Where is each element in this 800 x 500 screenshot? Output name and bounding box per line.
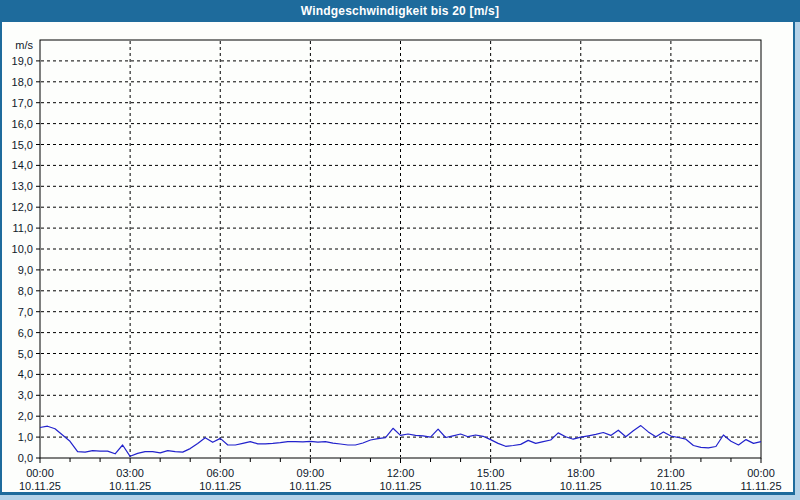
window-title: Windgeschwindigkeit bis 20 [m/s] [301,4,499,18]
window-title-bar: Windgeschwindigkeit bis 20 [m/s] [0,0,800,22]
chart-panel [0,22,795,495]
